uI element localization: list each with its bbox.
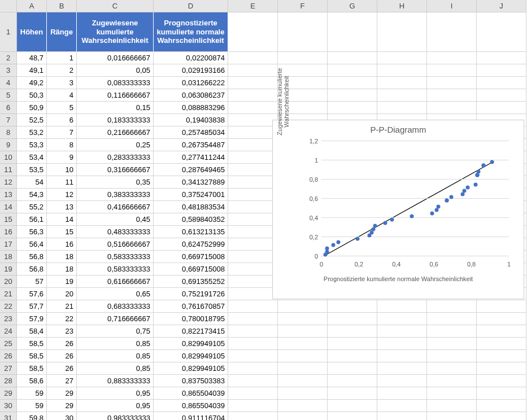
cell-G23[interactable]	[328, 313, 377, 325]
cell-B4[interactable]: 3	[47, 77, 77, 89]
cell-C24[interactable]: 0,75	[77, 325, 154, 338]
cell-A13[interactable]: 54,3	[17, 189, 47, 201]
cell-H30[interactable]	[377, 400, 427, 412]
cell-A11[interactable]: 53,5	[17, 164, 47, 176]
cell-A30[interactable]: 59	[17, 400, 47, 412]
row-head-7[interactable]: 7	[0, 114, 17, 126]
cell-J5[interactable]	[477, 89, 526, 102]
cell-H26[interactable]	[377, 350, 427, 362]
col-head-C[interactable]: C	[77, 0, 154, 12]
cell-E14[interactable]	[228, 201, 278, 213]
cell-D26[interactable]: 0,829949105	[154, 350, 228, 362]
cell-E11[interactable]	[228, 164, 278, 176]
row-head-8[interactable]: 8	[0, 126, 17, 139]
cell-A15[interactable]: 56,1	[17, 213, 47, 226]
cell-D18[interactable]: 0,669715008	[154, 251, 228, 263]
cell-C30[interactable]: 0,95	[77, 400, 154, 412]
cell-B13[interactable]: 12	[47, 189, 77, 201]
cell-B10[interactable]: 9	[47, 151, 77, 164]
cell-E22[interactable]	[228, 300, 278, 313]
cell-D14[interactable]: 0,481883534	[154, 201, 228, 213]
cell-D12[interactable]: 0,341327889	[154, 176, 228, 189]
cell-C31[interactable]: 0,983333333	[77, 412, 154, 420]
row-head-11[interactable]: 11	[0, 164, 17, 176]
cell-I30[interactable]	[427, 400, 477, 412]
col-head-A[interactable]: A	[17, 0, 47, 12]
cell-J25[interactable]	[477, 338, 526, 350]
cell-C9[interactable]: 0,25	[77, 139, 154, 151]
cell-A31[interactable]: 59,8	[17, 412, 47, 420]
cell-A29[interactable]: 59	[17, 387, 47, 400]
cell-E24[interactable]	[228, 325, 278, 338]
cell-E7[interactable]	[228, 114, 278, 126]
cell-J2[interactable]	[477, 52, 526, 64]
cell-C28[interactable]: 0,883333333	[77, 375, 154, 387]
cell-F1-empty[interactable]	[278, 12, 328, 52]
cell-E3[interactable]	[228, 64, 278, 77]
cell-G30[interactable]	[328, 400, 377, 412]
cell-D21[interactable]: 0,752191726	[154, 288, 228, 300]
cell-D7[interactable]: 0,19403838	[154, 114, 228, 126]
cell-D8[interactable]: 0,257485034	[154, 126, 228, 139]
row-head-16[interactable]: 16	[0, 226, 17, 238]
cell-B2[interactable]: 1	[47, 52, 77, 64]
cell-C26[interactable]: 0,85	[77, 350, 154, 362]
cell-A7[interactable]: 52,5	[17, 114, 47, 126]
cell-B21[interactable]: 20	[47, 288, 77, 300]
row-head-19[interactable]: 19	[0, 263, 17, 275]
cell-I25[interactable]	[427, 338, 477, 350]
cell-C8[interactable]: 0,216666667	[77, 126, 154, 139]
cell-B24[interactable]: 23	[47, 325, 77, 338]
cell-A20[interactable]: 57	[17, 275, 47, 288]
cell-E17[interactable]	[228, 238, 278, 251]
cell-F24[interactable]	[278, 325, 328, 338]
cell-D13[interactable]: 0,375247001	[154, 189, 228, 201]
cell-I6[interactable]	[427, 102, 477, 114]
cell-B6[interactable]: 5	[47, 102, 77, 114]
cell-J28[interactable]	[477, 375, 526, 387]
row-head-12[interactable]: 12	[0, 176, 17, 189]
cell-B18[interactable]: 18	[47, 251, 77, 263]
pp-chart[interactable]: P-P-Diagramm Zugewiesene kumulierte Wahr…	[272, 120, 524, 299]
row-head-24[interactable]: 24	[0, 325, 17, 338]
col-head-J[interactable]: J	[477, 0, 526, 12]
cell-F23[interactable]	[278, 313, 328, 325]
cell-A24[interactable]: 58,4	[17, 325, 47, 338]
cell-E1-empty[interactable]	[228, 12, 278, 52]
cell-J26[interactable]	[477, 350, 526, 362]
cell-D31[interactable]: 0,911116704	[154, 412, 228, 420]
cell-H31[interactable]	[377, 412, 427, 420]
cell-G6[interactable]	[328, 102, 377, 114]
cell-H23[interactable]	[377, 313, 427, 325]
cell-D10[interactable]: 0,277411244	[154, 151, 228, 164]
cell-C5[interactable]: 0,116666667	[77, 89, 154, 102]
cell-C16[interactable]: 0,483333333	[77, 226, 154, 238]
cell-F27[interactable]	[278, 362, 328, 375]
cell-A21[interactable]: 57,6	[17, 288, 47, 300]
row-head-22[interactable]: 22	[0, 300, 17, 313]
cell-C11[interactable]: 0,316666667	[77, 164, 154, 176]
cell-C18[interactable]: 0,583333333	[77, 251, 154, 263]
col-head-H[interactable]: H	[377, 0, 427, 12]
cell-D9[interactable]: 0,267354487	[154, 139, 228, 151]
cell-B5[interactable]: 4	[47, 89, 77, 102]
cell-D22[interactable]: 0,761670857	[154, 300, 228, 313]
cell-J23[interactable]	[477, 313, 526, 325]
cell-B28[interactable]: 27	[47, 375, 77, 387]
cell-H6[interactable]	[377, 102, 427, 114]
col-head-B[interactable]: B	[47, 0, 77, 12]
cell-B19[interactable]: 18	[47, 263, 77, 275]
cell-A8[interactable]: 53,2	[17, 126, 47, 139]
cell-D29[interactable]: 0,865504039	[154, 387, 228, 400]
cell-C17[interactable]: 0,516666667	[77, 238, 154, 251]
row-head-5[interactable]: 5	[0, 89, 17, 102]
cell-B20[interactable]: 19	[47, 275, 77, 288]
cell-D25[interactable]: 0,829949105	[154, 338, 228, 350]
cell-G28[interactable]	[328, 375, 377, 387]
cell-B7[interactable]: 6	[47, 114, 77, 126]
cell-A2[interactable]: 48,7	[17, 52, 47, 64]
cell-I26[interactable]	[427, 350, 477, 362]
cell-F25[interactable]	[278, 338, 328, 350]
cell-B23[interactable]: 22	[47, 313, 77, 325]
cell-B26[interactable]: 26	[47, 350, 77, 362]
